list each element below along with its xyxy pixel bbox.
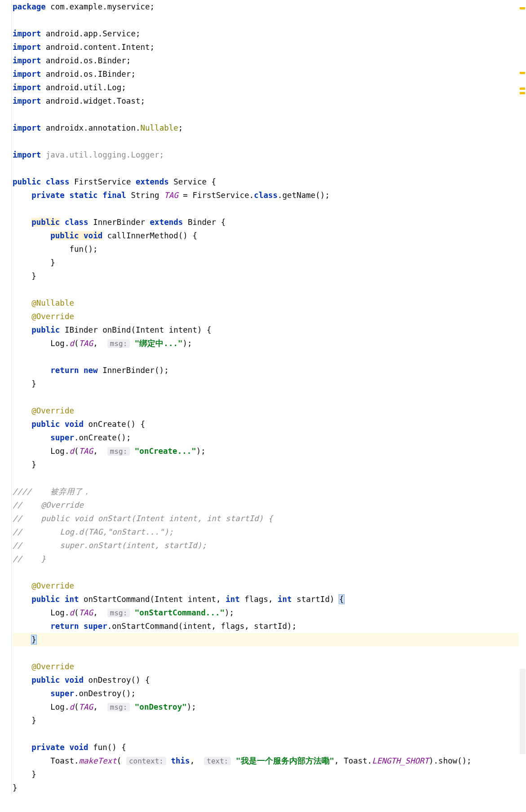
code-line[interactable]: import android.os.IBinder; (13, 67, 519, 81)
annotation: @Override (31, 662, 74, 671)
text: , (190, 756, 204, 765)
code-line[interactable]: fun(); (13, 242, 519, 256)
code-line[interactable]: import android.widget.Toast; (13, 94, 519, 108)
code-line[interactable]: Toast.makeText( context: this, text: "我是… (13, 754, 519, 768)
code-line[interactable] (13, 727, 519, 741)
text: String (126, 191, 164, 200)
parameter-hint: text: (204, 757, 231, 765)
text: startId) (292, 595, 339, 604)
code-line[interactable]: @Override (13, 660, 519, 673)
code-line[interactable]: import android.content.Intent; (13, 40, 519, 54)
code-line[interactable]: @Nullable (13, 296, 519, 310)
code-area[interactable]: package com.example.myservice; import an… (12, 0, 519, 794)
code-line[interactable] (13, 646, 519, 660)
code-line[interactable] (13, 162, 519, 175)
code-line[interactable]: public void callInnerMethod() { (13, 229, 519, 242)
code-line[interactable]: Log.d(TAG, msg: "onStartCommand..."); (13, 606, 519, 619)
code-line[interactable]: public IBinder onBind(Intent intent) { (13, 323, 519, 337)
code-line[interactable] (13, 135, 519, 148)
code-line[interactable]: super.onCreate(); (13, 431, 519, 444)
code-line[interactable] (13, 566, 519, 579)
code-line[interactable]: } (13, 768, 519, 781)
text: ).show(); (429, 756, 472, 765)
warning-marker[interactable] (520, 92, 525, 94)
code-line[interactable]: return super.onStartCommand(intent, flag… (13, 619, 519, 633)
text: } (13, 460, 36, 469)
annotation-type: Nullable (140, 123, 178, 132)
code-line[interactable]: } (13, 256, 519, 269)
text: ( (74, 608, 79, 617)
gutter[interactable] (0, 0, 12, 794)
code-line[interactable]: public class InnerBinder extends Binder … (13, 215, 519, 229)
code-line[interactable] (13, 471, 519, 485)
keyword: public (50, 231, 79, 240)
code-line[interactable]: Log.d(TAG, msg: "绑定中..."); (13, 337, 519, 350)
static-method: d (69, 339, 74, 348)
code-line[interactable]: public class FirstService extends Servic… (13, 175, 519, 189)
code-line[interactable]: @Override (13, 310, 519, 323)
code-line[interactable]: import android.util.Log; (13, 81, 519, 94)
code-line[interactable]: } (13, 714, 519, 727)
code-line[interactable]: private void fun() { (13, 741, 519, 754)
code-line[interactable]: super.onDestroy(); (13, 687, 519, 700)
code-line[interactable]: return new InnerBinder(); (13, 364, 519, 377)
brace-close: } (31, 635, 36, 644)
code-line[interactable]: import android.os.Binder; (13, 54, 519, 67)
code-editor[interactable]: package com.example.myservice; import an… (0, 0, 526, 794)
keyword: this (171, 756, 190, 765)
code-line[interactable]: public void onDestroy() { (13, 673, 519, 687)
parameter-hint: msg: (107, 339, 130, 348)
code-line[interactable]: // Log.d(TAG,"onStart..."); (13, 525, 519, 539)
code-line[interactable] (13, 202, 519, 215)
annotation: @Nullable (31, 298, 74, 307)
code-line[interactable]: import androidx.annotation.Nullable; (13, 121, 519, 135)
code-line[interactable]: package com.example.myservice; (13, 0, 519, 13)
caret-line[interactable]: } (13, 633, 519, 646)
code-line[interactable] (13, 108, 519, 121)
marker-stripe[interactable] (519, 0, 526, 794)
text: .getName(); (278, 191, 330, 200)
code-line[interactable]: // } (13, 552, 519, 566)
text: ; (178, 123, 183, 132)
text: ( (74, 447, 79, 456)
warning-marker[interactable] (520, 88, 525, 90)
code-line[interactable] (13, 391, 519, 404)
keyword: public int (31, 595, 79, 604)
text: fun(); (13, 245, 98, 254)
code-line[interactable]: private static final String TAG = FirstS… (13, 189, 519, 202)
code-line[interactable]: public void onCreate() { (13, 417, 519, 431)
code-line[interactable] (13, 13, 519, 27)
code-line[interactable]: } (13, 781, 519, 794)
code-line[interactable]: Log.d(TAG, msg: "onCreate..."); (13, 444, 519, 458)
text: , Toast. (334, 756, 372, 765)
code-line[interactable]: //// 被弃用了， (13, 485, 519, 498)
code-line[interactable]: } (13, 269, 519, 283)
text: callInnerMethod() { (102, 231, 197, 240)
keyword: public void (31, 676, 84, 685)
code-line[interactable]: // public void onStart(Intent intent, in… (13, 512, 519, 525)
text: ); (187, 702, 196, 711)
text: } (13, 783, 18, 792)
code-line[interactable] (13, 350, 519, 364)
warning-marker[interactable] (520, 72, 525, 74)
string: "我是一个服务内部方法嘞" (236, 756, 334, 765)
code-line[interactable]: } (13, 458, 519, 471)
string: "onStartCommand..." (135, 608, 225, 617)
code-line[interactable]: public int onStartCommand(Intent intent,… (13, 593, 519, 606)
text: onStartCommand(Intent intent, (79, 595, 226, 604)
code-line[interactable]: import java.util.logging.Logger; (13, 148, 519, 162)
warning-marker[interactable] (520, 7, 525, 9)
code-line[interactable]: import android.app.Service; (13, 27, 519, 40)
text: android.os.IBinder; (41, 70, 136, 79)
code-line[interactable]: @Override (13, 404, 519, 417)
code-line[interactable]: @Override (13, 579, 519, 593)
code-line[interactable]: // super.onStart(intent, startId); (13, 539, 519, 552)
code-line[interactable]: Log.d(TAG, msg: "onDestroy"); (13, 700, 519, 714)
text: ( (74, 702, 79, 711)
code-line[interactable] (13, 283, 519, 296)
keyword: package (13, 2, 46, 11)
code-line[interactable]: } (13, 377, 519, 391)
scrollbar-thumb[interactable] (520, 669, 526, 754)
code-line[interactable]: // @Override (13, 498, 519, 512)
keyword: public void (31, 420, 84, 429)
